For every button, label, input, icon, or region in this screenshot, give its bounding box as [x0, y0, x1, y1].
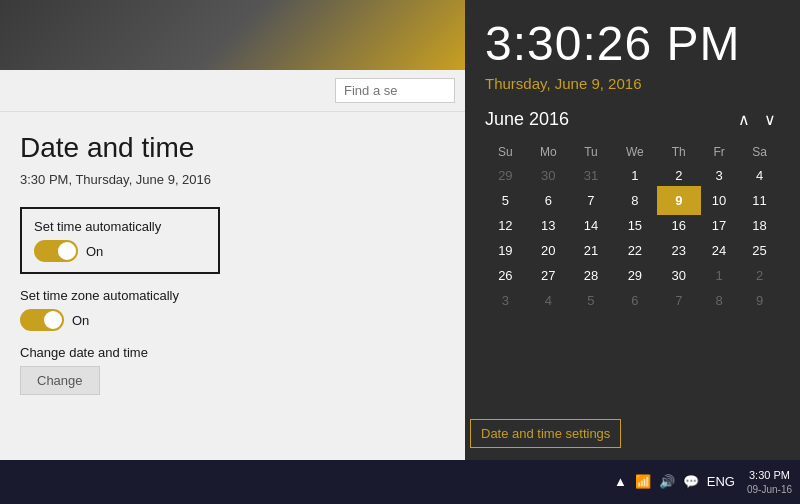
calendar-week-1: 567891011: [485, 188, 780, 213]
calendar-day[interactable]: 1: [611, 163, 659, 188]
calendar-day[interactable]: 29: [485, 163, 526, 188]
calendar-week-0: 2930311234: [485, 163, 780, 188]
set-timezone-auto-value: On: [72, 313, 89, 328]
taskbar-time-value: 3:30 PM: [749, 468, 790, 482]
calendar-day[interactable]: 16: [659, 213, 699, 238]
calendar-day[interactable]: 9: [739, 288, 780, 313]
calendar-day[interactable]: 26: [485, 263, 526, 288]
set-time-auto-row: On: [34, 240, 206, 262]
volume-icon: 🔊: [659, 474, 675, 489]
calendar-week-4: 262728293012: [485, 263, 780, 288]
calendar-day[interactable]: 21: [571, 238, 611, 263]
taskbar-system-icons: ▲ 📶 🔊 💬 ENG 3:30 PM 09-Jun-16: [614, 468, 792, 495]
calendar-day[interactable]: 11: [739, 188, 780, 213]
calendar-day[interactable]: 30: [659, 263, 699, 288]
calendar-day[interactable]: 10: [699, 188, 739, 213]
calendar-day[interactable]: 5: [485, 188, 526, 213]
calendar-day[interactable]: 23: [659, 238, 699, 263]
calendar-day[interactable]: 7: [571, 188, 611, 213]
network-icon: ▲: [614, 474, 627, 489]
calendar-day[interactable]: 27: [526, 263, 571, 288]
calendar-day[interactable]: 3: [699, 163, 739, 188]
lang-label: ENG: [707, 474, 735, 489]
calendar-day[interactable]: 2: [739, 263, 780, 288]
settings-panel: Date and time 3:30 PM, Thursday, June 9,…: [0, 0, 465, 460]
calendar-day[interactable]: 29: [611, 263, 659, 288]
day-header-tu: Tu: [571, 141, 611, 163]
set-time-auto-label: Set time automatically: [34, 219, 206, 234]
calendar-header: June 2016 ∧ ∨: [485, 108, 780, 131]
calendar-prev-button[interactable]: ∧: [734, 108, 754, 131]
calendar-day[interactable]: 9: [659, 188, 699, 213]
calendar-day[interactable]: 19: [485, 238, 526, 263]
settings-title: Date and time: [20, 132, 445, 164]
change-date-time-label: Change date and time: [20, 345, 445, 360]
clock-panel: 3:30:26 PM Thursday, June 9, 2016 June 2…: [465, 0, 800, 460]
date-display: Thursday, June 9, 2016: [485, 75, 780, 92]
calendar-day[interactable]: 7: [659, 288, 699, 313]
day-header-fr: Fr: [699, 141, 739, 163]
calendar-day[interactable]: 13: [526, 213, 571, 238]
change-button[interactable]: Change: [20, 366, 100, 395]
settings-search-bar: [0, 70, 465, 112]
calendar-week-2: 12131415161718: [485, 213, 780, 238]
calendar-day[interactable]: 31: [571, 163, 611, 188]
calendar-day[interactable]: 2: [659, 163, 699, 188]
calendar-day[interactable]: 6: [611, 288, 659, 313]
set-time-auto-value: On: [86, 244, 103, 259]
settings-header-image: [0, 0, 465, 70]
message-icon: 💬: [683, 474, 699, 489]
day-header-mo: Mo: [526, 141, 571, 163]
calendar-day[interactable]: 30: [526, 163, 571, 188]
taskbar-date-value: 09-Jun-16: [747, 483, 792, 496]
calendar-day[interactable]: 24: [699, 238, 739, 263]
taskbar: ▲ 📶 🔊 💬 ENG 3:30 PM 09-Jun-16: [0, 460, 800, 504]
calendar-day[interactable]: 4: [739, 163, 780, 188]
search-input[interactable]: [335, 78, 455, 103]
calendar-week-5: 3456789: [485, 288, 780, 313]
calendar-next-button[interactable]: ∨: [760, 108, 780, 131]
set-timezone-auto-toggle[interactable]: [20, 309, 64, 331]
calendar-month-year: June 2016: [485, 109, 569, 130]
calendar-day[interactable]: 15: [611, 213, 659, 238]
date-time-settings-link[interactable]: Date and time settings: [470, 419, 621, 448]
calendar-day[interactable]: 22: [611, 238, 659, 263]
set-time-auto-section: Set time automatically On: [20, 207, 220, 274]
settings-content: Date and time 3:30 PM, Thursday, June 9,…: [0, 112, 465, 429]
calendar-day[interactable]: 12: [485, 213, 526, 238]
calendar-grid: Su Mo Tu We Th Fr Sa 2930311234567891011…: [485, 141, 780, 313]
calendar-day[interactable]: 6: [526, 188, 571, 213]
time-display: 3:30:26 PM: [485, 16, 780, 71]
calendar-day[interactable]: 18: [739, 213, 780, 238]
calendar-week-3: 19202122232425: [485, 238, 780, 263]
calendar-day[interactable]: 4: [526, 288, 571, 313]
calendar-day[interactable]: 5: [571, 288, 611, 313]
calendar-day[interactable]: 8: [611, 188, 659, 213]
day-header-su: Su: [485, 141, 526, 163]
change-date-time-section: Change date and time Change: [20, 345, 445, 395]
toggle-knob: [58, 242, 76, 260]
calendar-day[interactable]: 3: [485, 288, 526, 313]
set-timezone-auto-label: Set time zone automatically: [20, 288, 445, 303]
calendar-day[interactable]: 1: [699, 263, 739, 288]
calendar-nav: ∧ ∨: [734, 108, 780, 131]
day-header-th: Th: [659, 141, 699, 163]
calendar-day[interactable]: 14: [571, 213, 611, 238]
set-timezone-auto-row: On: [20, 309, 445, 331]
calendar-days-header: Su Mo Tu We Th Fr Sa: [485, 141, 780, 163]
wifi-icon: 📶: [635, 474, 651, 489]
toggle-knob-2: [44, 311, 62, 329]
set-time-auto-toggle[interactable]: [34, 240, 78, 262]
calendar-day[interactable]: 25: [739, 238, 780, 263]
calendar-day[interactable]: 28: [571, 263, 611, 288]
current-datetime: 3:30 PM, Thursday, June 9, 2016: [20, 172, 445, 187]
day-header-sa: Sa: [739, 141, 780, 163]
taskbar-clock[interactable]: 3:30 PM 09-Jun-16: [747, 468, 792, 495]
calendar-day[interactable]: 8: [699, 288, 739, 313]
calendar-day[interactable]: 17: [699, 213, 739, 238]
day-header-we: We: [611, 141, 659, 163]
set-timezone-auto-section: Set time zone automatically On: [20, 288, 445, 331]
calendar-day[interactable]: 20: [526, 238, 571, 263]
